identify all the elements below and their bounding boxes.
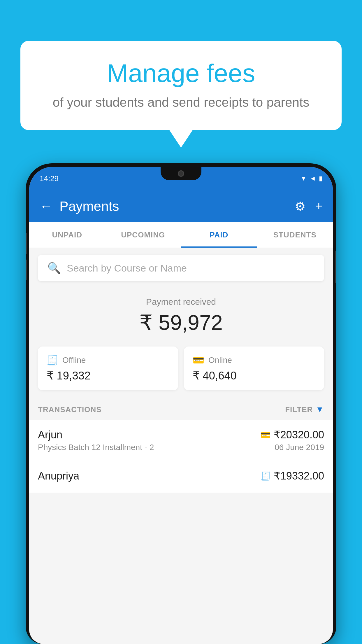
search-input[interactable]: Search by Course or Name xyxy=(67,262,315,274)
offline-amount: ₹ 19,332 xyxy=(47,369,169,382)
transaction-amount-anupriya: 🧾 ₹19332.00 xyxy=(261,470,324,482)
tab-unpaid[interactable]: UNPAID xyxy=(29,222,105,248)
payment-total-amount: ₹ 59,972 xyxy=(38,310,324,335)
camera xyxy=(178,170,184,177)
online-label: Online xyxy=(208,356,232,365)
speech-bubble-container: Manage fees of your students and send re… xyxy=(20,41,342,148)
signal-icon: ◄ xyxy=(310,175,316,182)
speech-bubble-title: Manage fees xyxy=(44,58,318,88)
tab-bar: UNPAID UPCOMING PAID STUDENTS xyxy=(29,222,333,248)
offline-payment-icon: 🧾 xyxy=(47,355,58,366)
payment-summary: Payment received ₹ 59,972 xyxy=(29,288,333,342)
power-button xyxy=(335,251,336,283)
filter-label: FILTER xyxy=(285,405,313,414)
transaction-amount-arjun: 💳 ₹20320.00 xyxy=(261,429,324,441)
tab-upcoming[interactable]: UPCOMING xyxy=(105,222,181,248)
speech-bubble-arrow xyxy=(169,130,193,148)
phone-notch xyxy=(161,167,201,180)
transactions-list: Arjun 💳 ₹20320.00 Physics Batch 12 Insta… xyxy=(29,420,333,493)
volume-down-button xyxy=(26,260,27,280)
status-bar: 14:29 ▼ ◄ ▮ xyxy=(29,167,333,190)
transaction-name-anupriya: Anupriya xyxy=(38,470,259,482)
payment-cards: 🧾 Offline ₹ 19,332 💳 Online ₹ 40,640 xyxy=(29,342,333,399)
table-row[interactable]: Arjun 💳 ₹20320.00 Physics Batch 12 Insta… xyxy=(29,420,333,461)
search-bar[interactable]: 🔍 Search by Course or Name xyxy=(38,255,324,281)
app-header: ← Payments ⚙ + xyxy=(29,190,333,222)
volume-up-button xyxy=(26,233,27,254)
transactions-label: TRANSACTIONS xyxy=(38,405,102,414)
offline-payment-indicator: 🧾 xyxy=(261,471,271,481)
filter-button[interactable]: FILTER ▼ xyxy=(285,405,324,414)
offline-card-header: 🧾 Offline xyxy=(47,355,169,366)
tab-paid[interactable]: PAID xyxy=(181,222,257,248)
speech-bubble: Manage fees of your students and send re… xyxy=(20,41,342,130)
search-container: 🔍 Search by Course or Name xyxy=(29,248,333,288)
online-payment-indicator: 💳 xyxy=(261,430,271,440)
tab-students[interactable]: STUDENTS xyxy=(257,222,333,248)
page-title: Payments xyxy=(59,198,288,214)
transactions-header: TRANSACTIONS FILTER ▼ xyxy=(29,399,333,420)
payment-received-label: Payment received xyxy=(38,297,324,307)
header-icons: ⚙ + xyxy=(295,199,322,214)
transaction-detail-arjun: Physics Batch 12 Installment - 2 xyxy=(38,443,259,452)
online-amount: ₹ 40,640 xyxy=(193,369,315,382)
status-time: 14:29 xyxy=(40,174,59,183)
online-card: 💳 Online ₹ 40,640 xyxy=(184,346,324,390)
offline-label: Offline xyxy=(62,356,86,365)
battery-icon: ▮ xyxy=(319,175,322,182)
transaction-name-arjun: Arjun xyxy=(38,429,259,441)
status-icons: ▼ ◄ ▮ xyxy=(300,175,322,182)
speech-bubble-subtitle: of your students and send receipts to pa… xyxy=(44,95,318,110)
add-icon[interactable]: + xyxy=(315,199,322,213)
search-icon: 🔍 xyxy=(47,262,61,274)
back-button[interactable]: ← xyxy=(40,199,52,214)
settings-icon[interactable]: ⚙ xyxy=(295,199,306,214)
wifi-icon: ▼ xyxy=(300,175,307,182)
transaction-date-arjun: 06 June 2019 xyxy=(261,443,324,452)
online-card-header: 💳 Online xyxy=(193,355,315,366)
phone-screen: 14:29 ▼ ◄ ▮ ← Payments ⚙ + UNPAID xyxy=(29,167,333,644)
volume-buttons xyxy=(26,233,27,280)
table-row[interactable]: Anupriya 🧾 ₹19332.00 xyxy=(29,461,333,493)
phone-frame: 14:29 ▼ ◄ ▮ ← Payments ⚙ + UNPAID xyxy=(26,163,336,644)
power-btn xyxy=(335,251,336,283)
online-payment-icon: 💳 xyxy=(193,355,204,366)
offline-card: 🧾 Offline ₹ 19,332 xyxy=(38,346,178,390)
filter-icon: ▼ xyxy=(316,405,324,414)
